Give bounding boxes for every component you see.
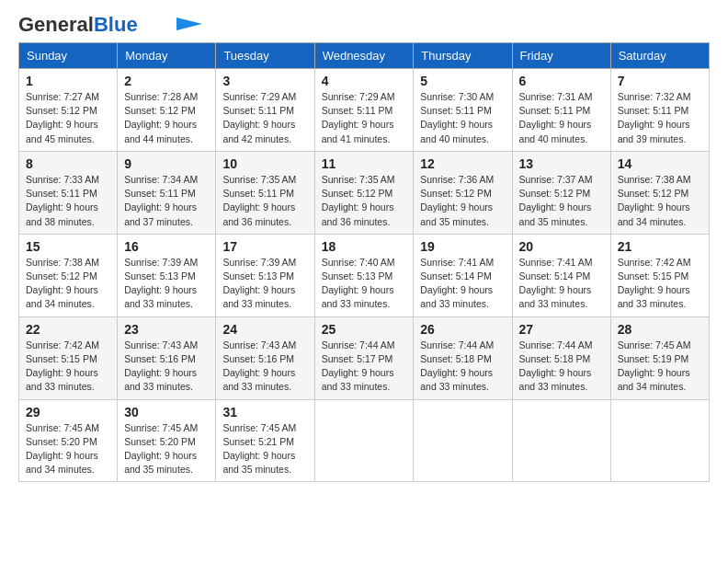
calendar-cell: 10 Sunrise: 7:35 AMSunset: 5:11 PMDaylig… bbox=[216, 151, 314, 234]
day-number: 5 bbox=[420, 74, 505, 88]
svg-marker-0 bbox=[176, 17, 202, 30]
day-info: Sunrise: 7:30 AMSunset: 5:11 PMDaylight:… bbox=[420, 90, 505, 146]
calendar-cell: 1 Sunrise: 7:27 AMSunset: 5:12 PMDayligh… bbox=[19, 69, 118, 152]
calendar-cell: 5 Sunrise: 7:30 AMSunset: 5:11 PMDayligh… bbox=[414, 69, 512, 152]
calendar-cell: 11 Sunrise: 7:35 AMSunset: 5:12 PMDaylig… bbox=[314, 151, 414, 234]
day-info: Sunrise: 7:39 AMSunset: 5:13 PMDaylight:… bbox=[222, 256, 307, 312]
calendar-cell: 13 Sunrise: 7:37 AMSunset: 5:12 PMDaylig… bbox=[512, 151, 610, 234]
day-info: Sunrise: 7:32 AMSunset: 5:11 PMDaylight:… bbox=[618, 90, 702, 146]
calendar-week-row: 15 Sunrise: 7:38 AMSunset: 5:12 PMDaylig… bbox=[19, 234, 710, 316]
day-info: Sunrise: 7:28 AMSunset: 5:12 PMDaylight:… bbox=[124, 90, 209, 146]
day-number: 25 bbox=[322, 322, 407, 337]
calendar-cell: 26 Sunrise: 7:44 AMSunset: 5:18 PMDaylig… bbox=[414, 316, 512, 399]
day-number: 22 bbox=[26, 322, 110, 337]
day-number: 28 bbox=[618, 322, 702, 337]
day-info: Sunrise: 7:38 AMSunset: 5:12 PMDaylight:… bbox=[26, 256, 110, 312]
day-info: Sunrise: 7:36 AMSunset: 5:12 PMDaylight:… bbox=[420, 173, 505, 229]
day-info: Sunrise: 7:44 AMSunset: 5:18 PMDaylight:… bbox=[519, 339, 604, 395]
day-number: 11 bbox=[322, 156, 407, 171]
day-number: 12 bbox=[420, 156, 505, 171]
day-number: 21 bbox=[618, 239, 702, 254]
weekday-header-tuesday: Tuesday bbox=[216, 43, 314, 69]
calendar-cell: 23 Sunrise: 7:43 AMSunset: 5:16 PMDaylig… bbox=[118, 316, 216, 399]
day-info: Sunrise: 7:42 AMSunset: 5:15 PMDaylight:… bbox=[618, 256, 702, 312]
calendar-cell: 24 Sunrise: 7:43 AMSunset: 5:16 PMDaylig… bbox=[216, 316, 314, 399]
day-info: Sunrise: 7:45 AMSunset: 5:19 PMDaylight:… bbox=[618, 339, 702, 395]
calendar-cell: 20 Sunrise: 7:41 AMSunset: 5:14 PMDaylig… bbox=[512, 234, 610, 316]
day-number: 15 bbox=[26, 239, 110, 254]
calendar-cell: 8 Sunrise: 7:33 AMSunset: 5:11 PMDayligh… bbox=[19, 151, 118, 234]
calendar-cell: 16 Sunrise: 7:39 AMSunset: 5:13 PMDaylig… bbox=[118, 234, 216, 316]
calendar-cell bbox=[610, 399, 709, 482]
weekday-header-saturday: Saturday bbox=[610, 43, 709, 69]
day-info: Sunrise: 7:41 AMSunset: 5:14 PMDaylight:… bbox=[420, 256, 505, 312]
calendar-cell bbox=[414, 399, 512, 482]
day-info: Sunrise: 7:45 AMSunset: 5:20 PMDaylight:… bbox=[26, 421, 110, 477]
calendar-cell: 4 Sunrise: 7:29 AMSunset: 5:11 PMDayligh… bbox=[314, 69, 414, 152]
day-info: Sunrise: 7:44 AMSunset: 5:18 PMDaylight:… bbox=[420, 339, 505, 395]
calendar-cell: 17 Sunrise: 7:39 AMSunset: 5:13 PMDaylig… bbox=[216, 234, 314, 316]
day-number: 23 bbox=[124, 322, 209, 337]
calendar-cell: 29 Sunrise: 7:45 AMSunset: 5:20 PMDaylig… bbox=[19, 399, 118, 482]
day-number: 29 bbox=[26, 405, 110, 419]
calendar-cell: 15 Sunrise: 7:38 AMSunset: 5:12 PMDaylig… bbox=[19, 234, 118, 316]
weekday-header-thursday: Thursday bbox=[414, 43, 512, 69]
calendar-cell: 18 Sunrise: 7:40 AMSunset: 5:13 PMDaylig… bbox=[314, 234, 414, 316]
weekday-header-friday: Friday bbox=[512, 43, 610, 69]
day-info: Sunrise: 7:38 AMSunset: 5:12 PMDaylight:… bbox=[618, 173, 702, 229]
day-info: Sunrise: 7:42 AMSunset: 5:15 PMDaylight:… bbox=[26, 339, 110, 395]
day-info: Sunrise: 7:35 AMSunset: 5:11 PMDaylight:… bbox=[222, 173, 307, 229]
day-number: 24 bbox=[222, 322, 307, 337]
day-info: Sunrise: 7:29 AMSunset: 5:11 PMDaylight:… bbox=[322, 90, 407, 146]
calendar-cell: 21 Sunrise: 7:42 AMSunset: 5:15 PMDaylig… bbox=[610, 234, 709, 316]
day-number: 30 bbox=[124, 405, 209, 419]
day-info: Sunrise: 7:33 AMSunset: 5:11 PMDaylight:… bbox=[26, 173, 110, 229]
logo: GeneralBlue bbox=[18, 15, 202, 35]
day-info: Sunrise: 7:43 AMSunset: 5:16 PMDaylight:… bbox=[222, 339, 307, 395]
day-info: Sunrise: 7:45 AMSunset: 5:20 PMDaylight:… bbox=[124, 421, 209, 477]
calendar-week-row: 29 Sunrise: 7:45 AMSunset: 5:20 PMDaylig… bbox=[19, 399, 710, 482]
calendar-cell: 14 Sunrise: 7:38 AMSunset: 5:12 PMDaylig… bbox=[610, 151, 709, 234]
day-info: Sunrise: 7:34 AMSunset: 5:11 PMDaylight:… bbox=[124, 173, 209, 229]
day-info: Sunrise: 7:39 AMSunset: 5:13 PMDaylight:… bbox=[124, 256, 209, 312]
day-info: Sunrise: 7:44 AMSunset: 5:17 PMDaylight:… bbox=[322, 339, 407, 395]
day-number: 19 bbox=[420, 239, 505, 254]
day-number: 18 bbox=[322, 239, 407, 254]
day-info: Sunrise: 7:40 AMSunset: 5:13 PMDaylight:… bbox=[322, 256, 407, 312]
day-info: Sunrise: 7:29 AMSunset: 5:11 PMDaylight:… bbox=[222, 90, 307, 146]
day-number: 20 bbox=[519, 239, 604, 254]
calendar-cell: 27 Sunrise: 7:44 AMSunset: 5:18 PMDaylig… bbox=[512, 316, 610, 399]
calendar-week-row: 1 Sunrise: 7:27 AMSunset: 5:12 PMDayligh… bbox=[19, 69, 710, 152]
calendar-cell: 3 Sunrise: 7:29 AMSunset: 5:11 PMDayligh… bbox=[216, 69, 314, 152]
day-number: 6 bbox=[519, 74, 604, 88]
weekday-header-sunday: Sunday bbox=[19, 43, 118, 69]
calendar-cell: 28 Sunrise: 7:45 AMSunset: 5:19 PMDaylig… bbox=[610, 316, 709, 399]
calendar-cell: 19 Sunrise: 7:41 AMSunset: 5:14 PMDaylig… bbox=[414, 234, 512, 316]
calendar-cell: 7 Sunrise: 7:32 AMSunset: 5:11 PMDayligh… bbox=[610, 69, 709, 152]
calendar-week-row: 8 Sunrise: 7:33 AMSunset: 5:11 PMDayligh… bbox=[19, 151, 710, 234]
day-number: 1 bbox=[26, 74, 110, 88]
day-number: 10 bbox=[222, 156, 307, 171]
day-info: Sunrise: 7:43 AMSunset: 5:16 PMDaylight:… bbox=[124, 339, 209, 395]
calendar-week-row: 22 Sunrise: 7:42 AMSunset: 5:15 PMDaylig… bbox=[19, 316, 710, 399]
day-number: 8 bbox=[26, 156, 110, 171]
day-number: 7 bbox=[618, 74, 702, 88]
day-info: Sunrise: 7:35 AMSunset: 5:12 PMDaylight:… bbox=[322, 173, 407, 229]
calendar-cell: 31 Sunrise: 7:45 AMSunset: 5:21 PMDaylig… bbox=[216, 399, 314, 482]
calendar-cell: 30 Sunrise: 7:45 AMSunset: 5:20 PMDaylig… bbox=[118, 399, 216, 482]
day-info: Sunrise: 7:31 AMSunset: 5:11 PMDaylight:… bbox=[519, 90, 604, 146]
day-number: 14 bbox=[618, 156, 702, 171]
weekday-header-wednesday: Wednesday bbox=[314, 43, 414, 69]
day-number: 2 bbox=[124, 74, 209, 88]
day-number: 17 bbox=[222, 239, 307, 254]
calendar-cell bbox=[314, 399, 414, 482]
day-number: 9 bbox=[124, 156, 209, 171]
calendar-cell: 6 Sunrise: 7:31 AMSunset: 5:11 PMDayligh… bbox=[512, 69, 610, 152]
day-info: Sunrise: 7:37 AMSunset: 5:12 PMDaylight:… bbox=[519, 173, 604, 229]
logo-text: GeneralBlue bbox=[18, 15, 138, 35]
calendar-table: SundayMondayTuesdayWednesdayThursdayFrid… bbox=[18, 42, 710, 482]
calendar-cell: 12 Sunrise: 7:36 AMSunset: 5:12 PMDaylig… bbox=[414, 151, 512, 234]
calendar-cell: 9 Sunrise: 7:34 AMSunset: 5:11 PMDayligh… bbox=[118, 151, 216, 234]
day-info: Sunrise: 7:45 AMSunset: 5:21 PMDaylight:… bbox=[222, 421, 307, 477]
day-info: Sunrise: 7:41 AMSunset: 5:14 PMDaylight:… bbox=[519, 256, 604, 312]
